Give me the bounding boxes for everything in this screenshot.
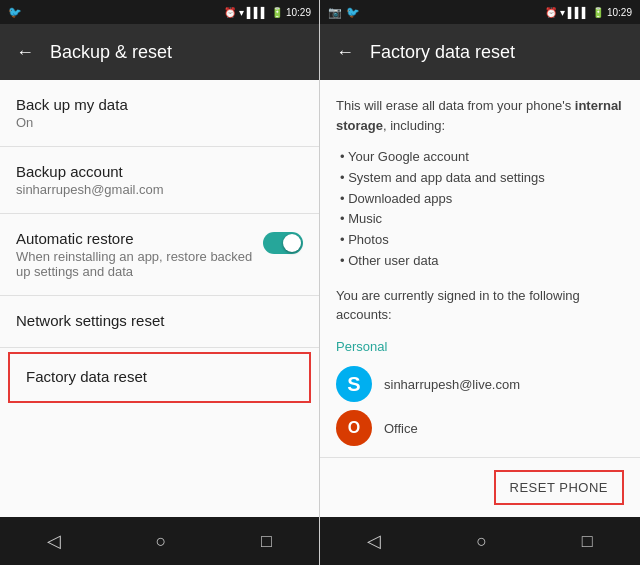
- setting-backup-account[interactable]: Backup account sinharrupesh@gmail.com: [0, 147, 319, 214]
- wifi-icon: ▾: [239, 7, 244, 18]
- right-nav-back-button[interactable]: ◁: [367, 530, 381, 552]
- reset-button-area: RESET PHONE: [320, 457, 640, 517]
- bullet-other-user-data: Other user data: [340, 251, 624, 272]
- auto-restore-toggle[interactable]: [263, 232, 303, 254]
- erase-description: This will erase all data from your phone…: [336, 96, 624, 135]
- right-status-bar: 📷 🐦 ⏰ ▾ ▌▌▌ 🔋 10:29: [320, 0, 640, 24]
- setting-network-reset[interactable]: Network settings reset: [0, 296, 319, 348]
- right-panel: 📷 🐦 ⏰ ▾ ▌▌▌ 🔋 10:29 ← Factory data reset…: [320, 0, 640, 565]
- setting-factory-reset[interactable]: Factory data reset: [8, 352, 311, 403]
- skype-account-name: sinharrupesh@live.com: [384, 375, 520, 395]
- description-plain: This will erase all data from your phone…: [336, 98, 575, 113]
- nav-back-button[interactable]: ◁: [47, 530, 61, 552]
- signed-in-text: You are currently signed in to the follo…: [336, 286, 624, 325]
- personal-label: Personal: [336, 337, 624, 357]
- nav-recent-button[interactable]: □: [261, 531, 272, 552]
- right-twitter-icon: 🐦: [346, 6, 360, 19]
- setting-auto-restore[interactable]: Automatic restore When reinstalling an a…: [0, 214, 319, 296]
- right-toolbar-title: Factory data reset: [370, 42, 515, 63]
- left-nav-bar: ◁ ○ □: [0, 517, 319, 565]
- right-signal-icon: ▌▌▌: [568, 7, 589, 18]
- right-status-bar-left: 📷 🐦: [328, 6, 360, 19]
- setting-auto-restore-title: Automatic restore: [16, 230, 255, 247]
- setting-backup-account-title: Backup account: [16, 163, 303, 180]
- skype-account-icon: S: [336, 366, 372, 402]
- setting-auto-restore-subtitle: When reinstalling an app, restore backed…: [16, 249, 255, 279]
- account-row-skype: S sinharrupesh@live.com: [336, 366, 624, 402]
- twitter-icon: 🐦: [8, 6, 22, 19]
- office-account-name: Office: [384, 419, 418, 439]
- right-screenshot-icon: 📷: [328, 6, 342, 19]
- setting-network-reset-title: Network settings reset: [16, 312, 303, 329]
- left-status-bar: 🐦 ⏰ ▾ ▌▌▌ 🔋 10:29: [0, 0, 319, 24]
- right-status-bar-right: ⏰ ▾ ▌▌▌ 🔋 10:29: [545, 7, 632, 18]
- right-nav-recent-button[interactable]: □: [582, 531, 593, 552]
- setting-back-up-data[interactable]: Back up my data On: [0, 80, 319, 147]
- right-nav-bar: ◁ ○ □: [320, 517, 640, 565]
- right-alarm-icon: ⏰: [545, 7, 557, 18]
- left-toolbar: ← Backup & reset: [0, 24, 319, 80]
- back-button[interactable]: ←: [16, 42, 34, 63]
- signal-icon: ▌▌▌: [247, 7, 268, 18]
- bullet-photos: Photos: [340, 230, 624, 251]
- battery-icon: 🔋: [271, 7, 283, 18]
- bullet-google-account: Your Google account: [340, 147, 624, 168]
- setting-back-up-data-subtitle: On: [16, 115, 303, 130]
- office-account-icon: O: [336, 410, 372, 446]
- right-battery-icon: 🔋: [592, 7, 604, 18]
- toolbar-title: Backup & reset: [50, 42, 172, 63]
- nav-home-button[interactable]: ○: [156, 531, 167, 552]
- account-row-office: O Office: [336, 410, 624, 446]
- bullet-downloaded-apps: Downloaded apps: [340, 189, 624, 210]
- left-settings-content: Back up my data On Backup account sinhar…: [0, 80, 319, 517]
- bullet-music: Music: [340, 209, 624, 230]
- status-bar-right: ⏰ ▾ ▌▌▌ 🔋 10:29: [224, 7, 311, 18]
- left-panel: 🐦 ⏰ ▾ ▌▌▌ 🔋 10:29 ← Backup & reset Back …: [0, 0, 320, 565]
- setting-auto-restore-text: Automatic restore When reinstalling an a…: [16, 230, 263, 279]
- right-content-area: This will erase all data from your phone…: [320, 80, 640, 457]
- description-end: , including:: [383, 118, 445, 133]
- setting-back-up-data-title: Back up my data: [16, 96, 303, 113]
- status-bar-left: 🐦: [8, 6, 22, 19]
- erase-bullet-list: Your Google account System and app data …: [336, 147, 624, 272]
- setting-factory-reset-title: Factory data reset: [26, 368, 293, 385]
- right-nav-home-button[interactable]: ○: [476, 531, 487, 552]
- reset-phone-button[interactable]: RESET PHONE: [494, 470, 624, 505]
- right-toolbar: ← Factory data reset: [320, 24, 640, 80]
- alarm-icon: ⏰: [224, 7, 236, 18]
- bullet-system-app: System and app data and settings: [340, 168, 624, 189]
- time-display: 10:29: [286, 7, 311, 18]
- right-back-button[interactable]: ←: [336, 42, 354, 63]
- right-wifi-icon: ▾: [560, 7, 565, 18]
- right-time-display: 10:29: [607, 7, 632, 18]
- setting-backup-account-subtitle: sinharrupesh@gmail.com: [16, 182, 303, 197]
